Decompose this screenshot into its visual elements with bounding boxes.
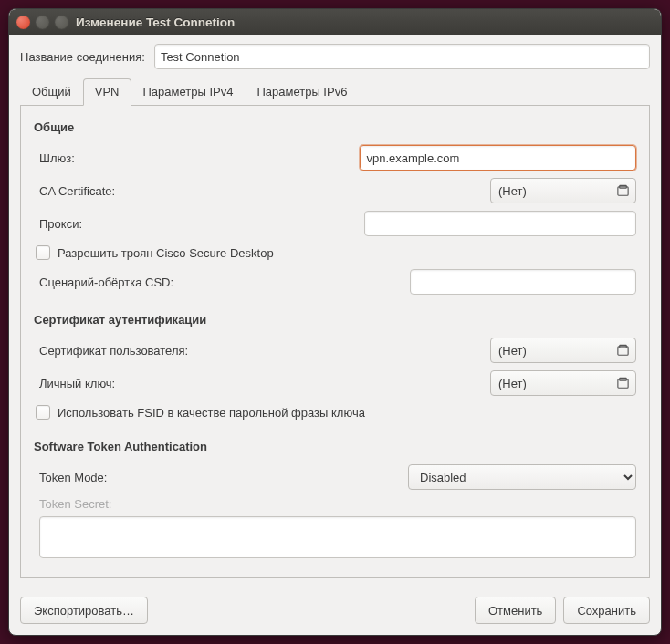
token-secret-label: Token Secret: (39, 497, 112, 511)
cancel-button[interactable]: Отменить (475, 597, 556, 624)
proxy-input[interactable] (364, 211, 637, 236)
proxy-label: Прокси: (39, 217, 82, 231)
tab-general[interactable]: Общий (20, 78, 83, 106)
save-button[interactable]: Сохранить (563, 597, 650, 624)
dialog-content: Название соединения: Общий VPN Параметры… (9, 35, 661, 587)
dialog-window: Изменение Test Connetion Название соедин… (8, 8, 662, 636)
token-mode-label: Token Mode: (39, 471, 107, 484)
window-title: Изменение Test Connetion (76, 16, 235, 29)
titlebar: Изменение Test Connetion (9, 9, 661, 35)
tab-vpn[interactable]: VPN (83, 78, 131, 106)
tab-bar: Общий VPN Параметры IPv4 Параметры IPv6 (20, 78, 650, 106)
close-icon[interactable] (16, 16, 30, 29)
csd-wrapper-label: Сценарий-обёртка CSD: (39, 275, 173, 289)
token-secret-input[interactable] (39, 516, 636, 558)
csd-checkbox-label: Разрешить троян Cisco Secure Desktop (58, 246, 274, 260)
token-mode-select[interactable]: Disabled (408, 464, 636, 490)
file-icon (616, 344, 630, 358)
section-title-token: Software Token Authentication (34, 440, 636, 453)
section-title-auth: Сертификат аутентификации (34, 313, 636, 327)
user-cert-value: (Нет) (498, 344, 527, 358)
gateway-label: Шлюз: (39, 151, 75, 165)
tab-panel-vpn: Общие Шлюз: CA Certificate: (Нет) Прокси… (20, 106, 650, 578)
minimize-icon[interactable] (36, 16, 49, 29)
tab-ipv4[interactable]: Параметры IPv4 (131, 78, 246, 106)
ca-cert-chooser[interactable]: (Нет) (490, 178, 636, 203)
csd-wrapper-input[interactable] (410, 269, 636, 295)
dialog-footer: Экспортировать… Отменить Сохранить (9, 587, 661, 635)
window-controls (16, 16, 68, 29)
ca-cert-value: (Нет) (498, 184, 527, 198)
user-cert-label: Сертификат пользователя: (39, 344, 188, 358)
private-key-value: (Нет) (498, 377, 527, 390)
connection-name-input[interactable] (154, 44, 650, 69)
private-key-chooser[interactable]: (Нет) (490, 370, 636, 396)
section-title-general: Общие (34, 120, 636, 134)
ca-cert-label: CA Certificate: (39, 184, 115, 198)
csd-checkbox[interactable] (36, 245, 50, 260)
private-key-label: Личный ключ: (39, 377, 115, 390)
connection-name-label: Название соединения: (20, 50, 145, 64)
file-icon (616, 184, 630, 198)
user-cert-chooser[interactable]: (Нет) (490, 338, 636, 363)
file-icon (616, 377, 630, 390)
export-button[interactable]: Экспортировать… (20, 597, 148, 624)
fsid-checkbox-label: Использовать FSID в качестве парольной ф… (58, 406, 365, 420)
fsid-checkbox[interactable] (36, 405, 50, 420)
tab-ipv6[interactable]: Параметры IPv6 (245, 78, 359, 106)
maximize-icon[interactable] (55, 16, 68, 29)
gateway-input[interactable] (360, 145, 636, 171)
